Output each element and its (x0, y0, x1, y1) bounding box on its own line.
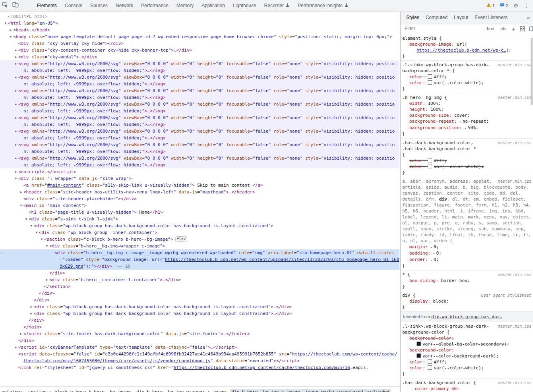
css-property[interactable]: background-size: cover; (402, 112, 532, 118)
css-property[interactable]: color: var(--color-white); (402, 164, 532, 170)
expand-arrow-icon[interactable]: ▶ (14, 155, 18, 162)
dom-tree-line[interactable]: ▼<main id="main-content"> (0, 202, 399, 209)
tab-console[interactable]: Console (61, 0, 86, 11)
breadcrumb-item[interactable]: div.b-hero__bg-img-wrapper.c-image (135, 389, 227, 392)
dom-tree-line[interactable]: ▼<section class="c-block b-hero b-hero--… (0, 236, 399, 243)
expand-arrow-icon[interactable]: ▶ (14, 128, 18, 135)
css-property-value[interactable]: var(--color-background-dark); (402, 353, 532, 359)
dom-tree-line[interactable]: <script data-cfasync="false" id="e3b0c44… (0, 351, 399, 364)
flex-badge[interactable]: flex (175, 236, 188, 242)
tab-performance-insights[interactable]: Performance insights (294, 0, 353, 11)
css-property[interactable]: color: #fff; (402, 359, 532, 365)
styles-toolbar-button[interactable]: .cls (497, 26, 509, 31)
dom-tree-line[interactable]: <div class="site-header-placeholder"></d… (0, 195, 399, 202)
css-property[interactable]: display: block; (402, 298, 532, 304)
more-tabs-icon[interactable]: » (527, 14, 533, 20)
dom-tree-line[interactable]: ▶<svg xmlns="http://www.w3.org/2000/svg"… (0, 128, 399, 141)
dom-tree-line[interactable]: ⋯<div class="b-hero__bg-img c-image__ima… (0, 249, 399, 270)
styles-toolbar-button[interactable]: :hov (483, 26, 497, 31)
collapse-arrow-icon[interactable]: ▼ (39, 236, 44, 243)
tab-application[interactable]: Application (198, 0, 229, 11)
dom-tree-line[interactable]: </div> (0, 337, 399, 344)
dom-tree-line[interactable]: </div> (0, 270, 399, 276)
collapse-arrow-icon[interactable]: ▼ (29, 222, 34, 229)
css-property-value[interactable]: https://thectoclub.b-cdn.net/wp-c…); (402, 47, 532, 53)
color-swatch[interactable] (428, 365, 432, 370)
dom-tree-line[interactable]: ▶<svg xmlns="http://www.w3.org/2000/svg"… (0, 114, 399, 128)
breadcrumb-item[interactable]: div.wp-block-group__inner-container (0, 389, 24, 392)
css-property[interactable]: height: 100%; (402, 106, 532, 112)
stylesheet-source-link[interactable]: user agent stylesheet (481, 292, 532, 298)
dom-tree-line[interactable]: ▼<div class="b-hero__bg-img-wrapper c-im… (0, 243, 399, 249)
collapse-arrow-icon[interactable]: ▼ (3, 20, 8, 27)
inspect-element-button[interactable] (0, 0, 10, 11)
color-swatch[interactable] (417, 353, 421, 358)
row-overflow-menu-icon[interactable]: ⋯ (1, 249, 4, 256)
styles-scrollbar[interactable] (530, 35, 533, 392)
collapse-arrow-icon[interactable]: ▼ (24, 216, 29, 222)
expand-value-icon[interactable]: ▸ (430, 258, 432, 262)
dom-tree-line[interactable]: ▶<svg xmlns="http://www.w3.org/2000/svg"… (0, 74, 399, 87)
dom-tree-line[interactable]: </div> (0, 317, 399, 324)
rule-selector[interactable]: a, abbr, acronym, address, applet, artic… (402, 178, 532, 244)
color-swatch[interactable] (428, 164, 432, 168)
sidebar-tab-event-listeners[interactable]: Event Listeners (471, 15, 511, 20)
color-swatch[interactable] (428, 80, 432, 85)
expand-arrow-icon[interactable]: ▶ (19, 189, 23, 195)
sidebar-tab-computed[interactable]: Computed (423, 15, 451, 20)
collapse-arrow-icon[interactable]: ▼ (34, 229, 39, 236)
css-property[interactable]: background-color: (402, 335, 532, 341)
issues-badge[interactable]: 2 (497, 3, 511, 8)
stylesheet-source-link[interactable]: master.min.css (498, 323, 532, 329)
expand-arrow-icon[interactable]: ▶ (14, 114, 18, 121)
device-toolbar-button[interactable] (10, 0, 21, 11)
dom-tree-line[interactable]: ▼<div class="wp-block-group__inner-conta… (0, 229, 399, 236)
dom-tree-line[interactable]: ▶<div class="wp-block-group has-dark-bac… (0, 310, 399, 317)
tab-lighthouse[interactable]: Lighthouse (229, 0, 260, 11)
css-property[interactable]: background-image: url( (402, 41, 532, 47)
stylesheet-source-link[interactable]: master.min.css (498, 178, 532, 184)
breadcrumb-item[interactable]: div.b-hero__bg-img.c-image__image.wprbg.… (230, 389, 390, 392)
tab-sources[interactable]: Sources (86, 0, 112, 11)
stylesheet-source-link[interactable]: master.min.css (498, 140, 532, 146)
dom-tree-line[interactable]: ▶<svg xmlns="http://www.w3.org/2000/svg"… (0, 87, 399, 101)
warnings-badge[interactable]: 1 (484, 3, 497, 8)
stylesheet-url-link[interactable]: https://thectoclub.b-cdn.net/wp-c… (417, 48, 506, 53)
stylesheet-source-link[interactable]: master.min.css (498, 62, 532, 68)
dom-tree-line[interactable]: ▶<header class="site-header has-utility-… (0, 189, 399, 195)
dom-tree-line[interactable]: ▼<div class="l-wrapper" data-js="site-wr… (0, 175, 399, 182)
expand-arrow-icon[interactable]: ▶ (14, 87, 18, 94)
expand-arrow-icon[interactable]: ▶ (19, 330, 23, 337)
sidebar-tab-styles[interactable]: Styles (403, 15, 423, 20)
collapse-arrow-icon[interactable]: ▼ (19, 202, 23, 209)
dom-tree-line[interactable]: ▶<svg xmlns="http://www.w3.org/2000/svg"… (0, 60, 399, 74)
styles-toolbar-button[interactable]: + (509, 26, 518, 32)
expand-arrow-icon[interactable]: ▶ (29, 310, 34, 317)
dom-tree-line[interactable]: <!DOCTYPE html> (0, 13, 399, 20)
panel-options-icon[interactable] (527, 26, 533, 31)
css-property[interactable]: background-repeat: ▸no-repeat; (402, 118, 532, 125)
tab-recorder[interactable]: Recorder (260, 0, 294, 11)
inherited-node-link[interactable]: div.wp-block-group.has-dar… (431, 314, 502, 319)
dom-tree-line[interactable]: ▶<script id="ckyBannerTemplate" type="te… (0, 344, 399, 351)
expand-arrow-icon[interactable]: ▶ (14, 344, 18, 351)
filter-input[interactable] (401, 26, 483, 31)
collapse-arrow-icon[interactable]: ▼ (14, 175, 18, 182)
dom-tree-line[interactable]: ▼<html lang="en-US"> (0, 20, 399, 27)
dom-tree-line[interactable]: </div> (0, 297, 399, 303)
tab-performance[interactable]: Performance (137, 0, 172, 11)
dom-tree-line[interactable]: ▼<body class="home page-template-default… (0, 33, 399, 40)
expand-arrow-icon[interactable]: ▶ (14, 47, 18, 54)
tab-network[interactable]: Network (112, 0, 137, 11)
expand-value-icon[interactable]: ▸ (430, 245, 432, 249)
rule-selector[interactable]: element.style { (402, 35, 532, 41)
expand-value-icon[interactable]: ▸ (459, 120, 461, 124)
expand-value-icon[interactable]: ▸ (465, 126, 467, 130)
css-property[interactable]: box-sizing: border-box; (402, 278, 532, 284)
collapse-arrow-icon[interactable]: ▼ (8, 33, 13, 40)
menu-button[interactable]: ⋮ (521, 0, 531, 11)
expand-arrow-icon[interactable]: ▶ (14, 168, 18, 175)
dom-tree-line[interactable]: ▶<footer class="site-footer has-dark-bac… (0, 330, 399, 337)
dom-tree-line[interactable]: ▶<div class="cky-consent-container cky-h… (0, 47, 399, 54)
stylesheet-source-link[interactable]: master.min.css (498, 95, 532, 100)
